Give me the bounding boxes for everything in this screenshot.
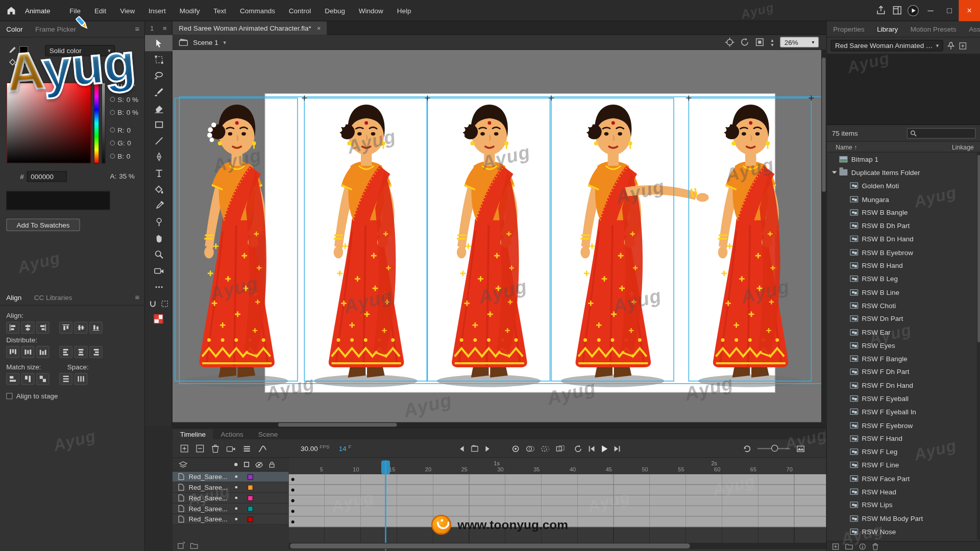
radio-icon[interactable] [110, 110, 115, 115]
onion-skin-icon[interactable] [526, 444, 535, 453]
timeline-zoom-slider[interactable] [757, 448, 790, 449]
reset-timeline-zoom-icon[interactable] [743, 444, 751, 453]
layer-outline-color[interactable] [248, 485, 253, 490]
eyedropper-tool[interactable] [145, 197, 173, 214]
minimize-button[interactable]: ─ [921, 0, 940, 21]
panel-tab[interactable]: Color [0, 26, 29, 33]
align-left-button[interactable] [6, 322, 19, 334]
go-to-stage-icon[interactable] [471, 445, 479, 453]
keyframe-dot[interactable] [291, 489, 295, 492]
hand-tool[interactable] [145, 230, 173, 246]
layer-outline-color[interactable] [248, 495, 253, 500]
layer-row[interactable]: Red_Saree... [173, 482, 289, 493]
graph-editor-icon[interactable] [258, 444, 267, 453]
fps-value[interactable]: 30.00 [301, 445, 318, 453]
lasso-tool[interactable] [145, 67, 173, 84]
rgb-value[interactable]: 0 [127, 153, 131, 160]
library-item[interactable]: RSW Dn Part [827, 312, 977, 325]
panel-tab[interactable]: Motion Presets [904, 26, 963, 33]
layer-frame-strip[interactable] [289, 495, 826, 506]
rgb-value[interactable]: 0 [127, 126, 131, 134]
library-item[interactable]: RSW Eyes [827, 339, 977, 352]
play-button[interactable] [601, 444, 608, 453]
saturation-brightness-picker[interactable] [6, 83, 91, 164]
hsb-value[interactable]: 0 % [127, 95, 138, 103]
distribute-left-button[interactable] [59, 346, 72, 358]
library-item[interactable]: RSW B Leg [827, 272, 977, 285]
scrollbar-thumb[interactable] [822, 58, 825, 192]
library-item[interactable]: RSW F Bangle [827, 352, 977, 365]
panel-menu-icon[interactable]: ≡ [135, 293, 139, 302]
panel-tab[interactable]: Align [0, 293, 28, 301]
library-search-box[interactable] [907, 128, 976, 138]
free-transform-tool[interactable] [145, 51, 173, 67]
share-icon[interactable] [872, 3, 889, 18]
space-horizontal-button[interactable] [75, 373, 88, 385]
highlight-dot-icon[interactable] [234, 462, 238, 467]
home-icon[interactable] [6, 5, 16, 15]
library-item[interactable]: RSW B Dh Part [827, 219, 977, 232]
onion-skin-outlines-icon[interactable] [541, 444, 550, 453]
stage-canvas[interactable] [173, 50, 826, 422]
lock-column-icon[interactable] [269, 461, 275, 468]
distribute-center-h-button[interactable] [75, 346, 88, 358]
scene-breadcrumb[interactable]: Scene 1 ▾ [179, 38, 226, 46]
library-item[interactable]: RSW F Eyeball In [827, 405, 977, 418]
insert-frame-icon[interactable] [180, 444, 189, 453]
more-tools[interactable] [145, 279, 173, 295]
distribute-right-button[interactable] [89, 346, 103, 358]
panel-menu-icon[interactable]: ≡ [135, 25, 139, 34]
stroke-color-chip[interactable] [19, 46, 28, 54]
selection-tool[interactable] [145, 35, 173, 52]
layer-outline-color[interactable] [248, 474, 253, 480]
layer-row[interactable]: Red_Saree... [173, 471, 289, 482]
scrollbar-thumb[interactable] [977, 155, 980, 342]
hex-input[interactable] [27, 171, 67, 182]
fill-type-select[interactable]: Solid color ▾ [45, 45, 115, 56]
chevron-down-icon[interactable]: ▾ [224, 39, 227, 45]
align-center-h-button[interactable] [21, 322, 35, 334]
scrollbar-thumb[interactable] [290, 543, 690, 548]
paint-bucket-tool[interactable] [145, 181, 173, 197]
menu-item[interactable]: Window [352, 7, 390, 14]
layer-outline-color[interactable] [248, 506, 253, 511]
library-item[interactable]: RSW B Bangle [827, 206, 977, 219]
frame-view-options-icon[interactable] [796, 444, 805, 453]
library-item[interactable]: RSW F Dh Part [827, 365, 977, 379]
distribute-bottom-button[interactable] [36, 346, 50, 358]
rotation-icon[interactable] [740, 37, 749, 46]
frames-area[interactable]: 1s2s 510152025303540455055606570 [289, 458, 826, 551]
go-to-last-frame-icon[interactable] [614, 445, 620, 452]
delete-icon[interactable] [211, 444, 219, 453]
menu-item[interactable]: Insert [142, 7, 173, 14]
zoom-stepper[interactable]: ▲▼ [770, 38, 774, 46]
fill-color-chip[interactable] [19, 59, 28, 66]
rgb-row[interactable]: G: 0 [110, 139, 131, 147]
distribute-top-button[interactable] [6, 346, 19, 358]
panel-tab[interactable]: Assets [963, 26, 980, 33]
line-tool[interactable] [145, 133, 173, 149]
keyframe-dot[interactable] [291, 510, 295, 513]
remove-frame-icon[interactable] [195, 444, 204, 453]
panel-tab[interactable]: Properties [827, 26, 871, 33]
panel-tab[interactable]: Library [871, 26, 904, 33]
keyframe-dot[interactable] [291, 499, 295, 502]
slider-knob[interactable] [771, 445, 778, 452]
alpha-slider[interactable] [101, 83, 106, 164]
library-item[interactable]: RSW F Dn Hand [827, 379, 977, 392]
library-item[interactable]: Bitmap 1 [827, 153, 977, 166]
close-tab-icon[interactable]: × [317, 24, 321, 32]
menu-item[interactable]: Debug [318, 7, 352, 14]
layer-row[interactable]: Red_Saree... [173, 493, 289, 504]
visibility-column-icon[interactable] [255, 461, 263, 467]
app-menu[interactable]: Animate [25, 7, 50, 14]
delete-item-icon[interactable] [872, 542, 878, 550]
library-item[interactable]: RSW Mid Body Part [827, 512, 977, 525]
step-back-icon[interactable] [459, 445, 465, 452]
name-column-header[interactable]: Name ↑ [827, 143, 857, 150]
library-item[interactable]: RSW B Line [827, 286, 977, 299]
stroke-color-row[interactable] [9, 46, 28, 54]
menu-item[interactable]: Modify [173, 7, 207, 14]
snap-to-objects-icon[interactable] [149, 300, 157, 308]
rgb-row[interactable]: B: 0 [110, 153, 131, 160]
